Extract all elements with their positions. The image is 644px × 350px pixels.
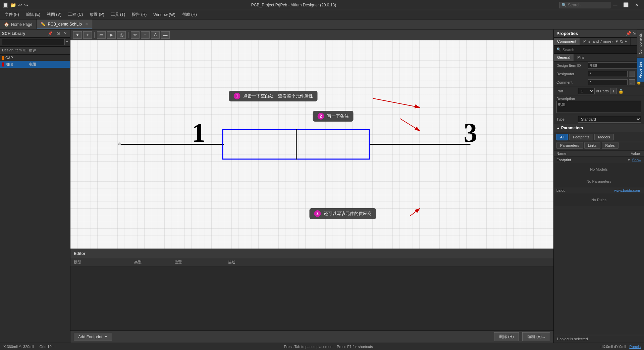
- part-select[interactable]: 1: [578, 88, 595, 94]
- rp-part-row: Part 1 of Parts 1 🔒: [554, 87, 644, 96]
- rp-sub-tabs: General Pins: [554, 54, 644, 61]
- copy-icon-pins[interactable]: ⧉: [620, 39, 623, 43]
- design-item-id-input[interactable]: [588, 62, 641, 69]
- comment-input[interactable]: [588, 79, 628, 85]
- annotation-3: 3 还可以写该元件的供应商: [310, 208, 376, 219]
- schematic-canvas[interactable]: 1 3 1 点击一下空白处，查看整个元件属性 2 写一下备注: [70, 40, 553, 249]
- footprint-param-name: Footprint: [556, 158, 627, 162]
- annotation-2: 2 写一下备注: [313, 111, 354, 122]
- statusbar-center: Press Tab to pause placement - Press F1 …: [56, 345, 601, 349]
- editor-header: Editor: [70, 249, 553, 258]
- wire-toolbar-btn[interactable]: ▬: [161, 31, 170, 39]
- params-collapse-arrow[interactable]: ◄: [556, 126, 560, 130]
- tab-schlib[interactable]: ✏️ PCB_demo.SchLib ✕: [37, 19, 92, 29]
- menu-reports[interactable]: 报告 (R): [128, 10, 150, 19]
- delete-button[interactable]: 删除 (R): [494, 332, 519, 341]
- footprint-dropdown-arrow[interactable]: ▼: [627, 158, 631, 162]
- right-panel-pin-button[interactable]: 📌: [626, 31, 631, 36]
- comment-dots-button[interactable]: …: [629, 79, 635, 85]
- target-toolbar-btn[interactable]: ◎: [117, 31, 126, 39]
- params-footprint-row[interactable]: Footprint ▼ Show: [554, 157, 644, 163]
- design-item-id-label: Design Item ID: [556, 63, 587, 68]
- titlebar: 🔲 📁 ↩ ↪ PCB_Project.PrjPcb - Altium Desi…: [0, 0, 644, 10]
- left-panel-search-input[interactable]: [2, 39, 65, 45]
- run-toolbar-btn[interactable]: ▶: [107, 31, 116, 39]
- comment-label: Comment: [556, 80, 587, 84]
- menu-project[interactable]: 工程 (C): [65, 10, 86, 19]
- part-label: Part: [556, 89, 577, 93]
- menu-tools[interactable]: 工具 (T): [108, 10, 129, 19]
- undo-icon: ↩: [18, 2, 22, 8]
- search-icon-title: 🔍: [561, 3, 567, 7]
- right-edge-tabs: Components Properties: [637, 30, 644, 82]
- window-controls: — ⬜ ✕: [610, 1, 641, 9]
- filter-icon-pins[interactable]: ▼: [615, 39, 619, 43]
- rp-tab-pins[interactable]: Pins (and 7 more) ▼ ⧉ +: [580, 38, 631, 45]
- titlebar-search-input[interactable]: [568, 3, 608, 7]
- rp-subtab-general[interactable]: General: [554, 54, 574, 61]
- params-tab-footprints[interactable]: Footprints: [569, 134, 593, 140]
- status-panels[interactable]: Panels: [629, 345, 641, 349]
- tab-home[interactable]: 🏠 Home Page: [0, 19, 37, 29]
- menu-edit[interactable]: 编辑 (E): [22, 10, 44, 19]
- res-indicator: [2, 62, 4, 67]
- text-toolbar-btn[interactable]: A: [151, 31, 160, 39]
- left-panel-search-row: ≡: [0, 38, 70, 47]
- add-footprint-button[interactable]: Add Footprint ▼: [74, 333, 112, 341]
- lib-row-res-id: RES: [2, 62, 29, 67]
- add-icon-pins[interactable]: +: [625, 39, 627, 43]
- toolbar-row: ▼ + ▭ ▶ ◎ ✏ − A ▬: [70, 30, 553, 40]
- params-tab-parameters[interactable]: Parameters: [556, 142, 583, 149]
- filter-toolbar-btn[interactable]: ▼: [73, 31, 82, 39]
- right-panel-expand-button[interactable]: ⇲: [633, 31, 636, 36]
- edge-tab-properties[interactable]: Properties: [637, 58, 644, 82]
- schlib-tab-label: PCB_demo.SchLib: [48, 22, 82, 27]
- rp-search-input[interactable]: [562, 48, 641, 52]
- rect-toolbar-btn[interactable]: ▭: [97, 31, 106, 39]
- menu-window[interactable]: Window (W): [150, 11, 178, 18]
- left-panel-expand-button[interactable]: ⇲: [55, 31, 61, 36]
- params-tab-rules[interactable]: Rules: [602, 142, 619, 149]
- designator-input[interactable]: [588, 71, 628, 77]
- designator-dots-button[interactable]: …: [629, 71, 635, 77]
- rp-subtab-pins[interactable]: Pins: [574, 54, 588, 61]
- edit-button[interactable]: 编辑 (E)...: [522, 332, 550, 341]
- schlib-tab-close[interactable]: ✕: [85, 22, 88, 26]
- lib-table-header: Design Item ID 描述: [0, 47, 70, 55]
- menu-file[interactable]: 文件 (F): [1, 10, 22, 19]
- params-tab-links[interactable]: Links: [584, 142, 600, 149]
- close-button[interactable]: ✕: [632, 1, 641, 9]
- left-panel-pin-button[interactable]: 📌: [47, 31, 54, 36]
- annotation-text-2: 写一下备注: [327, 113, 349, 119]
- menu-place[interactable]: 放置 (P): [86, 10, 107, 19]
- pencil-toolbar-btn[interactable]: ✏: [131, 31, 140, 39]
- add-fp-dropdown-arrow: ▼: [104, 335, 108, 339]
- minimize-button[interactable]: —: [610, 1, 620, 9]
- menu-help[interactable]: 帮助 (H): [179, 10, 200, 19]
- params-link-row[interactable]: baidu www.baidu.com: [554, 187, 644, 194]
- rp-tab-component[interactable]: Component: [554, 38, 580, 45]
- menu-view[interactable]: 视图 (V): [44, 10, 65, 19]
- params-tab-all[interactable]: All: [556, 134, 568, 140]
- footprint-show-link[interactable]: Show: [632, 158, 641, 162]
- desc-input[interactable]: 电阻: [556, 101, 641, 113]
- minus-toolbar-btn[interactable]: −: [141, 31, 150, 39]
- ecol-type: 类型: [134, 260, 174, 265]
- link-value: www.baidu.com: [598, 188, 642, 192]
- lib-row-res[interactable]: RES 电阻: [0, 61, 70, 68]
- titlebar-search[interactable]: 🔍: [559, 2, 610, 8]
- type-select[interactable]: Standard: [578, 116, 641, 123]
- component-dot-left: [118, 142, 121, 145]
- right-panel: Properties 📌 ⇲ ✕ Component Pins (and 7 m…: [553, 30, 644, 343]
- left-panel-close-button[interactable]: ✕: [62, 31, 68, 36]
- left-panel-search-btn[interactable]: ≡: [66, 40, 68, 44]
- maximize-button[interactable]: ⬜: [621, 1, 631, 9]
- params-tab-models[interactable]: Models: [594, 134, 613, 140]
- annotation-num-2: 2: [318, 113, 324, 120]
- part-lock-button[interactable]: 🔒: [618, 89, 624, 94]
- toolbar-sep-1: [94, 32, 95, 38]
- lib-row-cap[interactable]: CAP: [0, 55, 70, 61]
- edge-tab-components[interactable]: Components: [637, 30, 644, 58]
- add-toolbar-btn[interactable]: +: [83, 31, 92, 39]
- type-label: Type: [556, 117, 577, 121]
